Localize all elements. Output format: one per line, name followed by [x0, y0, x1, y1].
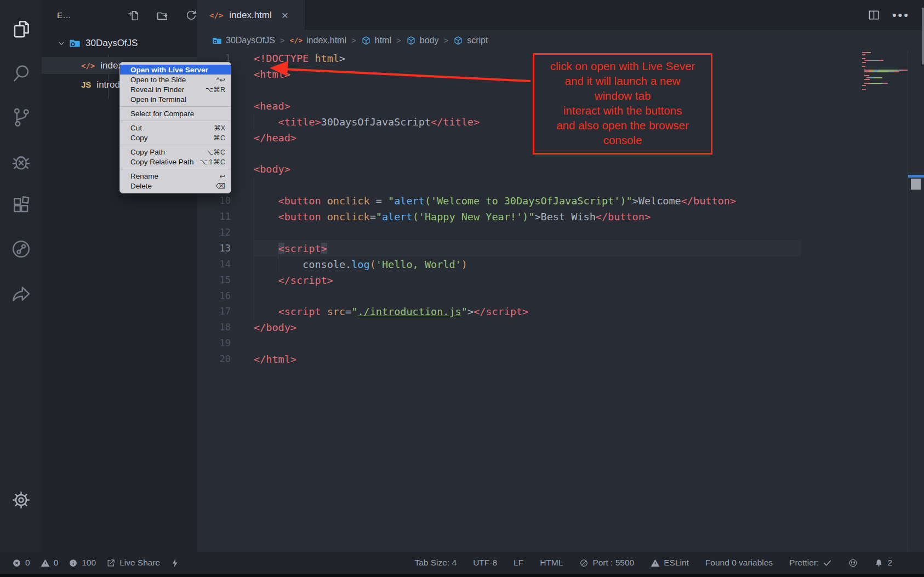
bell-icon: [874, 558, 883, 568]
line-number: 18: [197, 319, 231, 335]
tree-folder-30daysofjs[interactable]: 30DaysOfJS: [42, 35, 197, 52]
explorer-title: E…: [57, 10, 71, 20]
menu-item-copy[interactable]: Copy⌘C: [120, 133, 231, 142]
line-number: 17: [197, 304, 231, 319]
status-language-mode[interactable]: HTML: [540, 558, 563, 568]
status-warnings[interactable]: 0: [41, 558, 59, 568]
code-line-18: 18</body>: [197, 319, 924, 335]
code-line-16: 16: [197, 288, 924, 304]
annotation-box: click on open with Live Severand it will…: [533, 53, 712, 155]
status-info-count[interactable]: 100: [69, 558, 96, 568]
annotation-text-line: and it will launch a new: [534, 73, 711, 88]
export-icon: [106, 558, 116, 568]
status-bar-right: Tab Size: 4UTF-8LFHTMLPort : 5500ESLintF…: [414, 552, 892, 574]
menu-item-open-with-live-server[interactable]: Open with Live Server: [120, 65, 231, 75]
refresh-icon[interactable]: [184, 8, 198, 22]
code-line-10: 10 <button onclick = "alert('Welcome to …: [197, 193, 924, 209]
status-notifications[interactable]: 2: [874, 558, 892, 568]
warning-icon: [41, 558, 50, 568]
overview-decoration: [908, 175, 924, 178]
menu-divider: [120, 169, 231, 169]
menu-item-reveal-in-finder[interactable]: Reveal in Finder⌥⌘R: [120, 84, 231, 94]
menu-item-copy-path[interactable]: Copy Path⌥⌘C: [120, 147, 231, 157]
code-line-8: 8<body>: [197, 161, 924, 177]
overview-ruler: [908, 50, 924, 552]
line-number: 15: [197, 272, 231, 288]
context-menu: Open with Live ServerOpen to the Side^↩R…: [119, 62, 231, 193]
annotation-text-line: and also open the browser: [534, 118, 711, 133]
annotation-text-line: click on open with Live Sever: [534, 59, 711, 73]
new-file-icon[interactable]: [127, 8, 141, 22]
status-tab-size[interactable]: Tab Size: 4: [414, 558, 457, 568]
status-eol[interactable]: LF: [514, 558, 523, 568]
status-variables-found[interactable]: Found 0 variables: [705, 558, 773, 568]
menu-item-open-to-the-side[interactable]: Open to the Side^↩: [120, 75, 231, 84]
indent-guide: [254, 225, 254, 241]
line-number: 12: [197, 225, 231, 241]
minimap[interactable]: [862, 52, 908, 90]
menu-item-delete[interactable]: Delete⌫: [120, 181, 231, 191]
status-eslint[interactable]: ESLint: [651, 558, 689, 568]
indent-guide: [254, 288, 254, 304]
debug-icon[interactable]: [0, 145, 42, 178]
info-icon: [69, 558, 78, 568]
error-icon: [12, 558, 21, 568]
chevron-down-icon: [57, 39, 66, 48]
html-file-icon: </>: [81, 61, 95, 70]
annotation-text-line: console: [534, 133, 711, 147]
code-line-19: 19: [197, 335, 924, 351]
status-encoding[interactable]: UTF-8: [473, 558, 497, 568]
status-errors[interactable]: 0: [12, 558, 30, 568]
menu-item-cut[interactable]: Cut⌘X: [120, 123, 231, 133]
line-number: 13: [197, 241, 231, 256]
annotation-text-line: window tab: [534, 88, 711, 103]
menu-item-copy-relative-path[interactable]: Copy Relative Path⌥⇧⌘C: [120, 157, 231, 167]
code-line-13: 13 <script>: [197, 241, 924, 256]
share-icon[interactable]: [0, 276, 42, 309]
extensions-icon[interactable]: [0, 188, 42, 221]
code-line-15: 15 </script>: [197, 272, 924, 288]
menu-item-rename[interactable]: Rename↩: [120, 171, 231, 181]
scrollbar-thumb[interactable]: [911, 179, 921, 190]
menu-divider: [120, 106, 231, 107]
line-number: 10: [197, 193, 231, 209]
status-prettier[interactable]: Prettier:: [789, 558, 832, 568]
code-line-12: 12: [197, 225, 924, 241]
code-line-20: 20</html>: [197, 351, 924, 367]
menu-item-open-in-terminal[interactable]: Open in Terminal: [120, 94, 231, 104]
folder-icon: [69, 37, 81, 49]
eslint-icon: [651, 558, 660, 568]
indent-guide: [254, 177, 254, 193]
menu-item-select-for-compare[interactable]: Select for Compare: [120, 108, 231, 118]
status-live-share[interactable]: Live Share: [106, 558, 160, 568]
line-number: 16: [197, 288, 231, 304]
bolt-icon: [170, 558, 180, 568]
line-number: 14: [197, 256, 231, 272]
code-line-9: 9: [197, 177, 924, 193]
js-file-icon: JS: [81, 80, 91, 89]
explorer-icon[interactable]: [0, 12, 42, 45]
new-folder-icon[interactable]: [155, 8, 169, 22]
code-line-17: 17 <script src="./introduction.js"></scr…: [197, 304, 924, 319]
check-icon: [823, 558, 832, 568]
line-number: 20: [197, 351, 231, 367]
status-feedback[interactable]: [848, 558, 858, 568]
window-scrollbar[interactable]: [922, 8, 924, 65]
line-number: 19: [197, 335, 231, 351]
settings-icon[interactable]: [0, 483, 42, 516]
search-icon[interactable]: [0, 56, 42, 89]
live-share-icon[interactable]: [0, 232, 42, 265]
activity-bar: [0, 0, 42, 552]
port-icon: [579, 558, 589, 568]
line-number: 11: [197, 209, 231, 225]
window-bottom-edge: [0, 574, 924, 577]
menu-divider: [120, 145, 231, 145]
status-bolt[interactable]: [170, 558, 180, 568]
explorer-header: E…: [42, 0, 197, 30]
code-line-14: 14 console.log('Hello, World'): [197, 256, 924, 272]
status-live-server-port[interactable]: Port : 5500: [579, 558, 634, 568]
code-line-11: 11 <button onclick="alert('Happy New Yea…: [197, 209, 924, 225]
annotation-text-line: interact with the buttons: [534, 103, 711, 118]
source-control-icon[interactable]: [0, 100, 42, 133]
status-bar: 00100Live Share Tab Size: 4UTF-8LFHTMLPo…: [0, 552, 924, 574]
